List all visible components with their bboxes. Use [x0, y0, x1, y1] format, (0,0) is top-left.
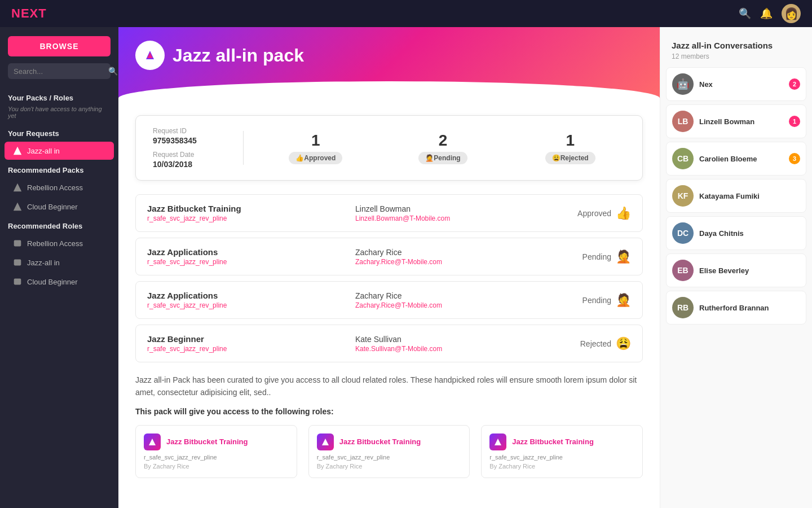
member-name-5: Elise Beverley	[699, 266, 800, 275]
member-item[interactable]: KF Katayama Fumiki	[666, 179, 806, 213]
role-user-3: Kate Sullivan Kate.Sullivan@T-Mobile.com	[355, 335, 552, 353]
role-icon-2	[12, 257, 23, 268]
member-item[interactable]: DC Daya Chitnis	[666, 216, 806, 250]
member-avatar-1: LB	[672, 111, 694, 132]
app-logo[interactable]: NEXT	[11, 6, 47, 21]
role-status-text-0: Approved	[577, 209, 611, 218]
approved-count: 1	[261, 132, 371, 150]
member-badge-0: 2	[789, 78, 800, 90]
pending-badge: 🤦Pending	[418, 152, 467, 164]
role-status-0: Approved 👍	[563, 206, 631, 221]
stat-pending: 2 🤦Pending	[388, 132, 498, 164]
sidebar-item-jazz-all-in[interactable]: Jazz-all in	[5, 142, 114, 160]
notification-icon[interactable]: 🔔	[760, 7, 773, 20]
members-list: 🤖 Nex 2 LB Linzell Bowman 1 CB Carolien …	[666, 67, 806, 325]
svg-marker-10	[322, 439, 329, 445]
rejected-badge: 😩Rejected	[545, 152, 595, 164]
role-user-email-1: Zachary.Rice@T-Mobile.com	[355, 258, 552, 266]
request-info: Request ID 9759358345 Request Date 10/03…	[153, 127, 226, 169]
role-id-1: r_safe_svc_jazz_rev_pline	[147, 258, 344, 266]
role-rows-container: Jazz Bitbucket Training r_safe_svc_jazz_…	[135, 194, 643, 362]
active-request-label: Jazz-all in	[27, 147, 60, 155]
role-status-emoji-1: 🤦	[616, 249, 631, 264]
member-avatar-6: RB	[672, 297, 694, 318]
role-icon-3	[12, 277, 23, 287]
pack-card-by-0: By Zachary Rice	[144, 463, 289, 470]
role-name-2: Jazz Applications	[147, 291, 344, 300]
sidebar-item-cloud-beginner[interactable]: Cloud Beginner	[5, 198, 114, 216]
sidebar-item-role-cloud[interactable]: Cloud Beginner	[5, 273, 114, 291]
pack-card-id-1: r_safe_svc_jazz_rev_pline	[317, 454, 462, 461]
member-item[interactable]: LB Linzell Bowman 1	[666, 104, 806, 138]
search-icon[interactable]: 🔍	[739, 7, 751, 20]
member-name-0: Nex	[699, 80, 783, 89]
member-item[interactable]: EB Elise Beverley	[666, 253, 806, 287]
role-row: Jazz Bitbucket Training r_safe_svc_jazz_…	[135, 194, 643, 232]
sidebar-item-role-rebellion[interactable]: Rebellion Access	[5, 234, 114, 252]
role-row: Jazz Applications r_safe_svc_jazz_rev_pl…	[135, 238, 643, 275]
role-id-2: r_safe_svc_jazz_rev_pline	[147, 301, 344, 309]
hero-banner: Jazz all-in pack	[118, 27, 660, 104]
pack-icon	[12, 182, 23, 192]
role-name-3: Jazz Beginner	[147, 334, 344, 344]
search-icon: 🔍	[108, 67, 118, 76]
stat-rejected: 1 😩Rejected	[515, 132, 625, 164]
sidebar-item-rebellion-access[interactable]: Rebellion Access	[5, 178, 114, 196]
request-id-value: 9759358345	[153, 136, 226, 145]
svg-rect-3	[14, 240, 21, 247]
role-status-text-3: Rejected	[580, 339, 611, 348]
svg-marker-9	[149, 439, 156, 445]
no-access-text: You don't have access to anything yet	[0, 106, 118, 124]
stat-approved: 1 👍Approved	[261, 132, 371, 164]
pack-card-header-0: Jazz Bitbucket Training	[144, 433, 289, 450]
pack-card-by-2: By Zachary Rice	[489, 463, 634, 470]
pack-card-icon-1	[317, 433, 334, 450]
pack-card[interactable]: Jazz Bitbucket Training r_safe_svc_jazz_…	[481, 425, 643, 478]
role-row: Jazz Applications r_safe_svc_jazz_rev_pl…	[135, 281, 643, 319]
role-info-1: Jazz Applications r_safe_svc_jazz_rev_pl…	[147, 247, 344, 266]
sidebar: BROWSE 🔍 Your Packs / Roles You don't ha…	[0, 27, 118, 508]
conversations-title: Jazz all-in Conversations	[666, 33, 806, 52]
browse-button[interactable]: BROWSE	[8, 36, 111, 56]
main-content: Request ID 9759358345 Request Date 10/03…	[118, 104, 660, 508]
member-item[interactable]: CB Carolien Bloeme 3	[666, 142, 806, 176]
role-user-1: Zachary Rice Zachary.Rice@T-Mobile.com	[355, 248, 552, 266]
rejected-count: 1	[515, 132, 625, 150]
role-user-0: Linzell Bowman Linzell.Bowman@T-Mobile.c…	[355, 204, 552, 222]
pack-card[interactable]: Jazz Bitbucket Training r_safe_svc_jazz_…	[308, 425, 470, 478]
role-status-emoji-3: 😩	[616, 336, 631, 351]
pending-count: 2	[388, 132, 498, 150]
search-input[interactable]	[14, 67, 108, 76]
svg-marker-11	[495, 439, 501, 445]
member-item[interactable]: 🤖 Nex 2	[666, 67, 806, 101]
sidebar-item-role-jazz[interactable]: Jazz-all in	[5, 253, 114, 271]
role-status-text-2: Pending	[582, 296, 611, 305]
request-date-label: Request Date	[153, 151, 226, 159]
member-item[interactable]: RB Rutherford Brannan	[666, 291, 806, 325]
request-date-value: 10/03/2018	[153, 160, 226, 169]
pack-card-header-1: Jazz Bitbucket Training	[317, 433, 462, 450]
role-status-1: Pending 🤦	[563, 249, 631, 264]
member-badge-1: 1	[789, 116, 800, 127]
member-avatar-4: DC	[672, 222, 694, 244]
role-status-emoji-0: 👍	[616, 206, 631, 221]
member-name-3: Katayama Fumiki	[699, 192, 800, 200]
user-avatar[interactable]: 👩	[782, 4, 801, 23]
member-name-2: Carolien Bloeme	[699, 155, 783, 163]
member-name-1: Linzell Bowman	[699, 117, 783, 126]
member-badge-2: 3	[789, 153, 800, 164]
pack-icon-2	[12, 202, 23, 212]
role-status-text-1: Pending	[582, 252, 611, 261]
role-info-2: Jazz Applications r_safe_svc_jazz_rev_pl…	[147, 291, 344, 309]
role-info-3: Jazz Beginner r_safe_svc_jazz_rev_pline	[147, 334, 344, 353]
role-name-0: Jazz Bitbucket Training	[147, 204, 344, 213]
role-user-email-2: Zachary.Rice@T-Mobile.com	[355, 301, 552, 309]
pack-card-id-2: r_safe_svc_jazz_rev_pline	[489, 454, 634, 461]
pack-card[interactable]: Jazz Bitbucket Training r_safe_svc_jazz_…	[135, 425, 297, 478]
main-layout: BROWSE 🔍 Your Packs / Roles You don't ha…	[0, 27, 812, 508]
sidebar-pack-label: Rebellion Access	[27, 183, 83, 192]
svg-marker-0	[14, 147, 21, 155]
your-requests-title: Your Requests	[0, 124, 118, 141]
right-panel: Jazz all-in Conversations 12 members 🤖 N…	[660, 27, 812, 508]
role-name-1: Jazz Applications	[147, 247, 344, 257]
